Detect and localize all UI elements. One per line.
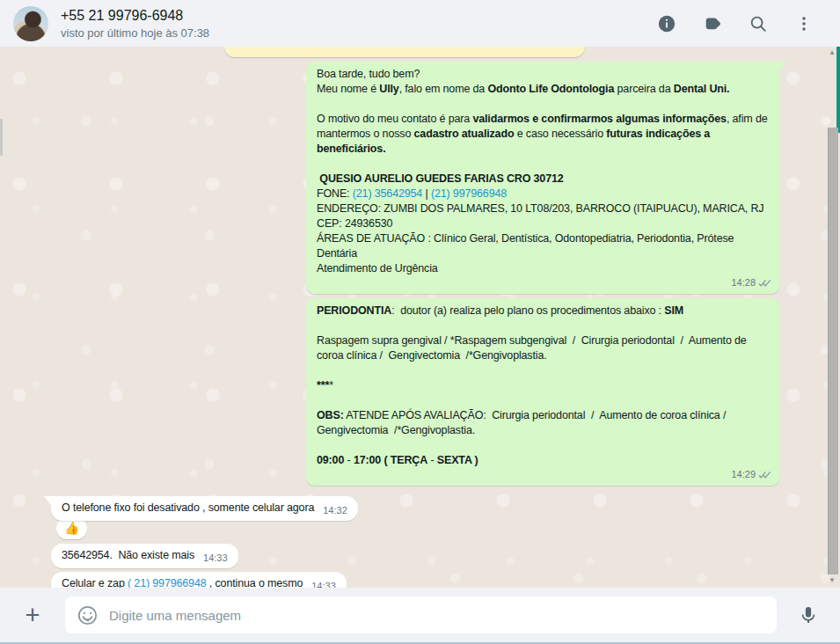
chat-panel: Boa tarde, tudo bem?Meu nome é Ully, fal… [0,47,840,588]
text-segment: Boa tarde, tudo bem? [317,68,420,80]
text-segment: Celular e zap [62,577,128,588]
message-row: Celular e zap ( 21) 997966948 , continua… [51,572,347,588]
text-segment: , continua o mesmo [207,577,303,588]
attach-button[interactable]: + [14,596,51,633]
left-panel-scrollbar-fragment[interactable] [0,119,3,156]
message-row: PERIODONTIA: doutor (a) realiza pelo pla… [306,298,779,486]
text-segment: O telefone fixo foi desativado , somente… [62,501,314,514]
message-meta: 14:28 [731,275,771,290]
reaction-row: 👍 [56,518,87,539]
phone-link[interactable]: ( 21) 997966948 [128,577,207,588]
message-paragraph: Celular e zap ( 21) 997966948 , continua… [62,576,336,588]
emoji-icon[interactable] [76,604,99,626]
message-paragraph: Raspagem supra gengival / *Raspagem subg… [317,333,771,363]
reaction-bubble[interactable]: 👍 [56,518,87,539]
message-paragraph [317,363,771,378]
plus-icon: + [26,603,40,628]
message-paragraph: Meu nome é Ully, falo em nome da Odonto … [317,82,771,97]
message-time: 14:33 [311,581,336,588]
incoming-message-bubble[interactable]: Celular e zap ( 21) 997966948 , continua… [51,572,347,588]
scrollbar-up-arrow[interactable]: ▲ [827,48,837,57]
message-paragraph [317,318,771,333]
text-segment: Atendimento de Urgência [317,262,438,274]
text-segment: : doutor (a) realiza pelo plano os proce… [391,304,664,317]
message-paragraph: O telefone fixo foi desativado , somente… [62,501,347,516]
outgoing-message-bubble[interactable]: PERIODONTIA: doutor (a) realiza pelo pla… [306,298,779,486]
text-segment: ÁREAS DE ATUAÇÃO : Clínico Geral, Dentís… [317,232,737,260]
text-segment: , falo em nome da [399,83,488,95]
message-input-container[interactable] [65,596,777,633]
phone-link[interactable]: (21) 997966948 [431,187,507,200]
text-segment: O motivo do meu contato é para [317,113,472,125]
message-input[interactable] [107,607,766,624]
contact-avatar[interactable] [13,6,48,41]
text-segment: - [344,454,354,466]
text-segment: validarmos e confirmarmos algumas inform… [472,113,727,125]
phone-link[interactable]: (21) 35642954 [353,187,422,200]
info-icon[interactable] [657,14,676,33]
message-paragraph [317,393,771,408]
message-paragraph: FONE: (21) 35642954 | (21) 997966948 [317,187,771,201]
message-meta: 14:29 [731,467,771,482]
text-segment: e caso necessário [514,128,606,140]
message-paragraph [317,97,771,112]
scrollbar-thumb[interactable] [828,128,838,574]
message-paragraph: **** [317,378,771,393]
message-paragraph: PERIODONTIA: doutor (a) realiza pelo pla… [317,304,771,318]
header-actions [657,14,814,33]
message-time: 14:28 [731,275,756,290]
text-segment: 35642954. Não existe mais [62,549,194,561]
message-paragraph: ÁREAS DE ATUAÇÃO : Clínico Geral, Dentís… [317,231,771,261]
text-segment: QUESIO AURELIO GUEDES FARIAS CRO 30712 [319,172,563,185]
delivered-ticks-icon [758,471,771,479]
text-segment: ENDEREÇO: ZUMBI DOS PALMARES, 10 LT08/20… [317,202,767,230]
message-time: 14:33 [203,553,228,563]
scrollbar-down-arrow[interactable]: ▼ [827,576,837,585]
text-segment: SIM [664,304,683,317]
message-paragraph: ENDEREÇO: ZUMBI DOS PALMARES, 10 LT08/20… [317,201,771,231]
message-paragraph: Atendimento de Urgência [317,261,771,276]
window-edge-accent [836,47,840,133]
text-segment: FONE: [317,187,353,200]
incoming-message-bubble[interactable]: O telefone fixo foi desativado , somente… [51,496,358,521]
text-segment: Meu nome é [317,83,379,95]
message-paragraph: OBS: ATENDE APÓS AVALIAÇÃO: Cirurgia per… [317,408,771,438]
message-row: Boa tarde, tudo bem?Meu nome é Ully, fal… [306,62,779,294]
mic-icon[interactable] [791,596,826,633]
message-row: O telefone fixo foi desativado , somente… [51,496,358,521]
menu-icon[interactable] [794,14,814,33]
message-paragraph: 35642954. Não existe mais14:33 [62,548,228,563]
message-paragraph [317,157,771,172]
contact-info[interactable]: +55 21 99796-6948 visto por último hoje … [61,7,209,40]
label-icon[interactable] [703,14,722,33]
search-icon[interactable] [749,14,768,33]
composer-bar: + [0,588,840,642]
message-time: 14:32 [323,505,347,516]
message-paragraph [317,438,771,453]
text-segment: parceira da [614,83,674,95]
message-row: 35642954. Não existe mais14:33 [51,544,238,568]
text-segment: ATENDE APÓS AVALIAÇÃO: Cirurgia periodon… [317,409,729,436]
message-paragraph: O motivo do meu contato é para validarmo… [317,112,771,157]
message-time: 14:29 [731,467,756,482]
text-segment: OBS: [317,409,344,421]
text-segment: Ully [379,83,398,95]
text-segment: Odonto Life Odontologia [487,83,614,95]
text-segment: SEXTA ) [437,454,478,466]
text-segment: 09:00 [317,454,344,466]
outgoing-message-bubble[interactable]: Boa tarde, tudo bem?Meu nome é Ully, fal… [306,62,779,294]
contact-name: +55 21 99796-6948 [61,7,209,25]
text-segment: PERIODONTIA [317,304,391,317]
message-list: Boa tarde, tudo bem?Meu nome é Ully, fal… [0,47,840,588]
chat-header: +55 21 99796-6948 visto por último hoje … [0,0,840,47]
text-segment: | [422,187,431,200]
message-paragraph: 09:00 - 17:00 ( TERÇA - SEXTA ) [317,453,771,468]
message-paragraph: QUESIO AURELIO GUEDES FARIAS CRO 30712 [317,172,771,187]
text-segment: - [427,454,437,466]
last-seen-status: visto por último hoje às 07:38 [61,26,209,40]
incoming-message-bubble[interactable]: 35642954. Não existe mais14:33 [51,544,238,568]
text-segment: *** [317,379,329,392]
message-paragraph: Boa tarde, tudo bem? [317,67,771,82]
text-segment: cadastro atualizado [414,128,515,140]
text-segment: Dental Uni. [674,83,730,95]
